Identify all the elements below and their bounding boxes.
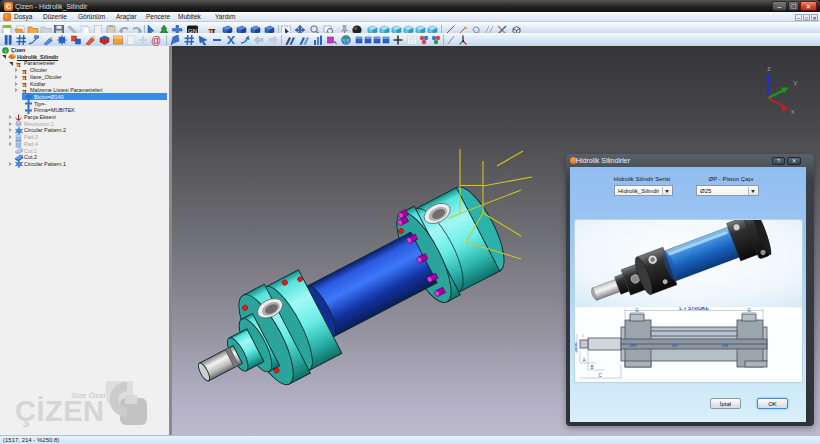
svg-text:ØM: ØM xyxy=(630,343,637,348)
svg-text:z: z xyxy=(767,65,771,72)
svg-text:ØMM: ØMM xyxy=(575,342,578,352)
svg-text:ØB: ØB xyxy=(722,343,728,348)
svg-text:ØD: ØD xyxy=(672,343,678,348)
svg-text:Y: Y xyxy=(793,80,798,87)
svg-text:G: G xyxy=(747,308,751,313)
svg-text:G: G xyxy=(635,308,639,313)
svg-text:A: A xyxy=(582,358,585,363)
svg-text:x: x xyxy=(791,108,795,115)
svg-text:L + STROKE: L + STROKE xyxy=(679,307,709,311)
svg-text:@: @ xyxy=(151,35,161,46)
svg-text:B: B xyxy=(590,365,593,370)
